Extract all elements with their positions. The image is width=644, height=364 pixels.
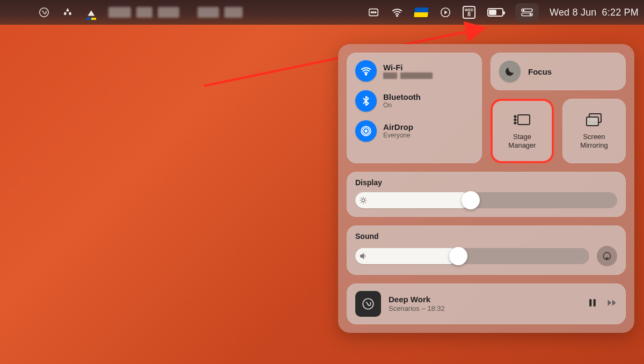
screen-mirroring-icon — [584, 112, 604, 127]
focus-label: Focus — [528, 67, 552, 76]
display-slider-thumb[interactable] — [462, 191, 480, 209]
screen-mirroring-toggle[interactable]: Screen Mirroring — [562, 99, 626, 163]
wifi-ssid-blurred — [383, 72, 433, 79]
svg-point-10 — [530, 13, 532, 16]
menubar-clock[interactable]: Wed 8 Jun 6:22 PM — [550, 7, 639, 18]
svg-point-5 — [397, 15, 398, 16]
audio-output-button[interactable] — [597, 246, 617, 266]
stage-manager-label-1: Stage — [508, 133, 536, 141]
sound-module: Sound — [347, 225, 626, 275]
menu-extra-blurred-group-2 — [197, 7, 243, 18]
wifi-icon — [355, 60, 377, 82]
now-playing-status-icon[interactable] — [439, 6, 452, 19]
sound-label: Sound — [355, 232, 617, 241]
airdrop-status: Everyone — [383, 132, 413, 140]
svg-point-19 — [514, 122, 516, 124]
menu-extra-brush-icon[interactable] — [85, 6, 98, 19]
stage-manager-icon — [513, 112, 532, 127]
wifi-toggle[interactable]: Wi-Fi — [355, 60, 473, 82]
display-label: Display — [355, 178, 617, 187]
menu-extra-leaf-icon[interactable] — [61, 6, 74, 19]
svg-rect-21 — [587, 117, 598, 126]
focus-toggle[interactable]: Focus — [491, 53, 626, 90]
menu-extra-flag-icon[interactable] — [414, 6, 428, 19]
connectivity-module: Wi-Fi Bluetooth On — [347, 53, 482, 163]
battery-status-icon[interactable] — [486, 6, 504, 19]
now-playing-module[interactable]: Deep Work Scenarios – 18:32 — [347, 283, 626, 324]
svg-point-12 — [365, 74, 367, 75]
airdrop-icon — [355, 120, 377, 142]
svg-point-24 — [363, 299, 374, 309]
moon-icon — [499, 61, 521, 82]
stage-manager-label-2: Manager — [508, 141, 536, 150]
airdrop-toggle[interactable]: AirDrop Everyone — [355, 120, 473, 142]
screen-mirroring-label-2: Mirroring — [580, 141, 608, 150]
control-center-panel: Wi-Fi Bluetooth On — [338, 44, 634, 333]
calendar-status-icon[interactable]: WED8 — [463, 6, 475, 19]
now-playing-title: Deep Work — [389, 295, 580, 305]
menubar: WED8 Wed 8 Jun 6:22 PM — [0, 0, 644, 25]
menubar-time: 6:22 PM — [602, 7, 639, 18]
svg-rect-26 — [594, 299, 596, 306]
pause-button[interactable] — [587, 297, 598, 310]
svg-point-3 — [373, 12, 374, 13]
control-center-button[interactable] — [515, 3, 539, 21]
now-playing-subtitle: Scenarios – 18:32 — [389, 304, 580, 313]
stage-manager-toggle[interactable]: Stage Manager — [491, 99, 554, 163]
svg-rect-25 — [589, 299, 591, 306]
display-module: Display — [347, 172, 626, 217]
volume-icon — [358, 251, 368, 261]
svg-point-0 — [40, 8, 49, 17]
bluetooth-status: On — [383, 102, 421, 110]
sound-slider-thumb[interactable] — [449, 247, 467, 265]
sound-volume-slider[interactable] — [355, 248, 589, 264]
svg-point-13 — [364, 129, 368, 133]
menu-extra-window-icon[interactable] — [367, 6, 380, 19]
svg-point-8 — [523, 9, 525, 11]
sound-slider-fill — [355, 248, 458, 264]
bluetooth-toggle[interactable]: Bluetooth On — [355, 90, 473, 112]
menu-extra-endel-icon[interactable] — [38, 6, 50, 19]
brightness-icon — [358, 195, 368, 205]
svg-point-18 — [514, 119, 516, 121]
next-track-button[interactable] — [606, 297, 617, 310]
svg-point-2 — [371, 12, 372, 13]
display-slider-fill — [355, 192, 471, 208]
svg-rect-16 — [518, 115, 530, 125]
airdrop-label: AirDrop — [383, 122, 413, 132]
svg-point-22 — [362, 199, 364, 201]
screen-mirroring-label-1: Screen — [580, 133, 608, 141]
bluetooth-icon — [355, 90, 377, 112]
wifi-status-icon[interactable] — [391, 6, 404, 19]
menubar-date: Wed 8 Jun — [550, 7, 597, 18]
svg-point-17 — [514, 116, 516, 118]
now-playing-artwork-icon — [355, 291, 381, 317]
menu-extra-blurred-group-1 — [108, 7, 179, 18]
svg-point-4 — [375, 12, 376, 13]
bluetooth-label: Bluetooth — [383, 92, 421, 101]
wifi-label: Wi-Fi — [383, 63, 433, 72]
calendar-day: 8 — [467, 12, 471, 17]
display-brightness-slider[interactable] — [355, 192, 617, 208]
